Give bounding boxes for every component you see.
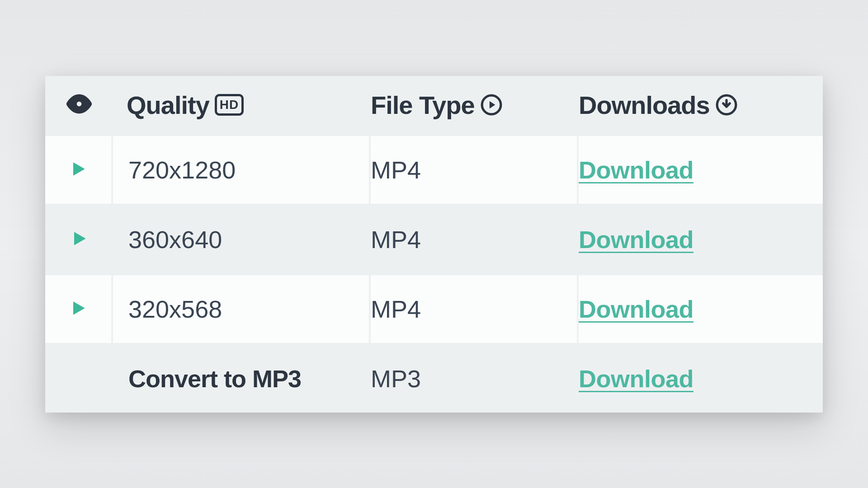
download-link[interactable]: Download: [579, 225, 693, 253]
filetype-cell: MP3: [371, 345, 579, 413]
play-cell: [45, 275, 113, 343]
quality-cell: Convert to MP3: [113, 345, 371, 413]
play-icon[interactable]: [69, 229, 89, 250]
download-cell: Download: [579, 206, 823, 273]
header-downloads-column: Downloads: [579, 90, 823, 120]
hd-badge-icon: HD: [215, 94, 244, 116]
filetype-value: MP3: [371, 365, 421, 393]
quality-value: 320x568: [128, 295, 222, 323]
filetype-value: MP4: [371, 225, 421, 253]
header-quality-column: Quality HD: [113, 90, 371, 120]
play-cell: [45, 136, 113, 204]
header-filetype-column: File Type: [371, 90, 579, 120]
header-quality-label: Quality: [127, 90, 209, 120]
download-link[interactable]: Download: [579, 295, 693, 323]
table-row: Convert to MP3 MP3 Download: [45, 343, 823, 413]
download-link[interactable]: Download: [579, 156, 693, 184]
play-cell: [45, 206, 113, 273]
download-options-table: Quality HD File Type Downloads: [45, 76, 823, 413]
filetype-cell: MP4: [371, 206, 579, 273]
play-circle-icon: [480, 94, 503, 116]
download-cell: Download: [579, 275, 823, 343]
table-row: 320x568 MP4 Download: [45, 273, 823, 343]
download-cell: Download: [579, 136, 823, 204]
table-row: 360x640 MP4 Download: [45, 204, 823, 273]
download-link[interactable]: Download: [579, 365, 693, 393]
download-cell: Download: [579, 345, 823, 413]
quality-cell: 720x1280: [113, 136, 371, 204]
quality-value: 360x640: [128, 225, 222, 253]
eye-icon: [66, 91, 92, 118]
quality-cell: 320x568: [113, 275, 371, 343]
play-icon[interactable]: [68, 298, 88, 320]
header-downloads-label: Downloads: [579, 90, 710, 120]
quality-cell: 360x640: [113, 206, 371, 273]
filetype-value: MP4: [371, 295, 421, 323]
play-cell: [45, 345, 113, 413]
table-header-row: Quality HD File Type Downloads: [45, 76, 823, 134]
quality-value: Convert to MP3: [128, 365, 301, 393]
filetype-value: MP4: [371, 156, 421, 184]
header-filetype-label: File Type: [371, 90, 475, 120]
play-icon[interactable]: [68, 159, 88, 181]
quality-value: 720x1280: [128, 156, 236, 184]
table-row: 720x1280 MP4 Download: [45, 134, 823, 204]
header-preview-column: [45, 91, 113, 118]
download-circle-icon: [715, 94, 738, 116]
filetype-cell: MP4: [371, 275, 579, 343]
svg-point-0: [75, 100, 83, 108]
filetype-cell: MP4: [371, 136, 579, 204]
